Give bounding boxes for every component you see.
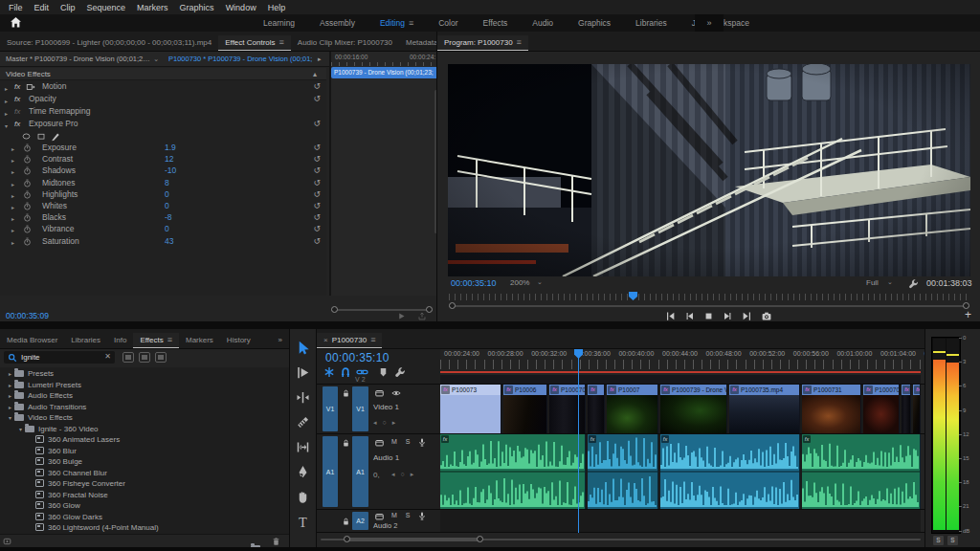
stopwatch-icon[interactable] — [23, 190, 32, 199]
program-zoom-scrollbar[interactable] — [449, 302, 969, 310]
tree-item-360-fisheye-converter[interactable]: 360 Fisheye Converter — [0, 478, 289, 490]
step-forward-button[interactable] — [723, 311, 733, 321]
yuv-effects-filter-icon[interactable] — [155, 352, 167, 363]
track-name-audio2[interactable]: Audio 2 — [373, 521, 397, 530]
track-name-video1[interactable]: Video 1 — [373, 403, 399, 411]
mute-button[interactable]: M — [390, 512, 399, 518]
playback-resolution-select[interactable]: Full — [866, 278, 879, 287]
scrollbar-handle[interactable] — [331, 306, 338, 313]
ellipse-mask-icon[interactable] — [21, 132, 32, 141]
parameter-value[interactable]: 1.9 — [165, 142, 176, 154]
tree-item-360-lightsword-4-point-manual[interactable]: 360 Lightsword (4-Point Manual) — [0, 522, 289, 534]
video-clip[interactable]: fxP1000739 - Drone Vision ( — [660, 385, 727, 433]
video-clip[interactable]: fxP1000731 — [802, 385, 861, 433]
workspace-overflow-button[interactable]: » — [695, 14, 724, 32]
export-frame-camera-icon[interactable] — [761, 311, 772, 321]
reset-effect-icon[interactable]: ↺ — [313, 93, 321, 105]
parameter-value[interactable]: 0 — [165, 223, 169, 235]
solo-button[interactable]: S — [403, 438, 412, 445]
tree-item-360-fractal-noise[interactable]: 360 Fractal Noise — [0, 490, 289, 501]
parameter-value[interactable]: 43 — [165, 235, 173, 248]
workspace-tab-color[interactable]: Color — [426, 18, 470, 28]
menu-graphics[interactable]: Graphics — [174, 3, 220, 12]
tree-item-360-glow[interactable]: 360 Glow — [0, 500, 289, 512]
workspace-tab-libraries[interactable]: Libraries — [623, 18, 679, 28]
tool-track-select-forward[interactable] — [296, 365, 311, 381]
scrollbar-track[interactable] — [449, 305, 969, 307]
source-patch-a1[interactable]: A1 — [323, 436, 338, 507]
menu-help[interactable]: Help — [262, 3, 292, 12]
workspace-tab-effects[interactable]: Effects — [471, 18, 521, 28]
parameter-row-midtones[interactable]: ▸Midtones8↺ — [0, 177, 326, 188]
video-clip[interactable]: fxP10006 — [503, 385, 547, 433]
tree-item-audio-effects[interactable]: ▸Audio Effects — [0, 390, 289, 402]
track-target-v1[interactable]: V1 — [352, 386, 368, 431]
tab-libraries[interactable]: Libraries — [64, 333, 107, 348]
solo-button[interactable]: S — [403, 512, 412, 518]
parameter-row-shadows[interactable]: ▸Shadows-10↺ — [0, 165, 326, 176]
audio-clip[interactable]: fx — [440, 434, 586, 509]
accelerated-effects-filter-icon[interactable] — [122, 352, 134, 363]
solo-channel-1-button[interactable]: S — [933, 536, 944, 545]
stopwatch-icon[interactable] — [23, 155, 32, 164]
video-clip[interactable]: fx — [588, 385, 605, 433]
keyframe-nav[interactable]: ◂ ○ ▸ — [373, 419, 397, 427]
scrollbar-track[interactable] — [331, 309, 433, 311]
parameter-row-exposure[interactable]: ▸Exposure1.9↺ — [0, 142, 326, 153]
workspace-tab-assembly[interactable]: Assembly — [307, 18, 368, 28]
voiceover-mic-icon[interactable] — [417, 511, 427, 521]
workspace-tab-learning[interactable]: Learning — [251, 18, 307, 28]
track-v1-content[interactable]: fxP100073fxP10006fxP1000709fxfxP10007fxP… — [440, 385, 921, 433]
voiceover-mic-icon[interactable] — [417, 437, 427, 448]
button-editor-plus[interactable]: + — [965, 308, 971, 321]
tree-item-lumetri-presets[interactable]: ▸Lumetri Presets — [0, 380, 289, 391]
reset-parameter-icon[interactable]: ↺ — [313, 211, 321, 224]
master-clip-label[interactable]: Master * P1000739 - Drone Vision (00;01;… — [6, 52, 151, 66]
effect-row-opacity[interactable]: ▸fxOpacity↺ — [0, 93, 326, 105]
scrollbar-thumb[interactable] — [346, 538, 479, 541]
panel-menu-icon[interactable]: ≡ — [517, 38, 522, 47]
tree-item-presets[interactable]: ▸Presets — [0, 368, 289, 380]
tab-sequence[interactable]: × P1000730 ≡ — [317, 333, 382, 348]
video-effects-section-header[interactable]: Video Effects ▴ — [0, 68, 326, 80]
tool-selection-active[interactable] — [296, 341, 311, 356]
scrollbar-handle[interactable] — [449, 302, 456, 309]
chevron-down-icon[interactable]: ⌄ — [153, 52, 159, 66]
workspace-tab-audio[interactable]: Audio — [520, 18, 566, 28]
pen-mask-icon[interactable] — [51, 132, 60, 142]
tab-history[interactable]: History — [220, 333, 257, 348]
sync-lock-icon[interactable] — [374, 438, 385, 448]
keyframe-nav[interactable]: ◂ ○ ▸ — [391, 471, 415, 478]
audio-clip[interactable]: fx — [588, 434, 658, 509]
tree-item-video-effects[interactable]: ▾Video Effects — [0, 412, 289, 424]
tree-item-audio-transitions[interactable]: ▸Audio Transitions — [0, 402, 289, 413]
panel-menu-icon[interactable]: ≡ — [409, 19, 413, 28]
go-to-in-button[interactable] — [665, 311, 676, 321]
panel-menu-icon[interactable]: ≡ — [370, 336, 375, 344]
panel-menu-icon[interactable]: ≡ — [279, 38, 284, 47]
workspace-tab-graphics[interactable]: Graphics — [566, 18, 623, 28]
tab-effect-controls[interactable]: Effect Controls≡ — [218, 35, 291, 51]
track-v1[interactable]: V1 V1 Video 1 ◂ ○ ▸ fxP100073fxP10006fxP… — [317, 385, 924, 434]
track-volume-value[interactable]: 0, — [373, 471, 380, 479]
program-current-timecode[interactable]: 00:00:35:10 — [451, 278, 497, 288]
parameter-row-vibrance[interactable]: ▸Vibrance0↺ — [0, 223, 326, 234]
new-custom-bin-folder-icon[interactable] — [251, 538, 264, 547]
track-v2[interactable]: V2 — [317, 375, 924, 385]
parameter-value[interactable]: -8 — [165, 211, 172, 224]
parameter-row-highlights[interactable]: ▸Highlights0↺ — [0, 188, 326, 200]
clear-search-icon[interactable]: ✕ — [104, 352, 111, 361]
tree-item-360-bulge[interactable]: 360 Bulge — [0, 456, 289, 468]
home-icon[interactable] — [10, 16, 22, 29]
mute-button[interactable]: M — [390, 438, 399, 445]
program-video-frame[interactable] — [448, 64, 970, 276]
tab-source-p1000699-lighter-00-00-00-00-00-00-03-11-mp4[interactable]: Source: P1000699 - Lighter (00;00;00;00 … — [0, 35, 218, 51]
parameter-value[interactable]: 0 — [165, 188, 169, 201]
stopwatch-icon[interactable] — [23, 213, 32, 222]
tool-hand[interactable] — [296, 490, 311, 505]
play-stop-button[interactable] — [703, 311, 714, 321]
menu-markers[interactable]: Markers — [131, 3, 174, 12]
tab-program[interactable]: Program: P1000730 ≡ — [437, 35, 528, 51]
settings-wrench-icon[interactable] — [908, 278, 919, 289]
delete-trash-icon[interactable] — [272, 537, 280, 546]
